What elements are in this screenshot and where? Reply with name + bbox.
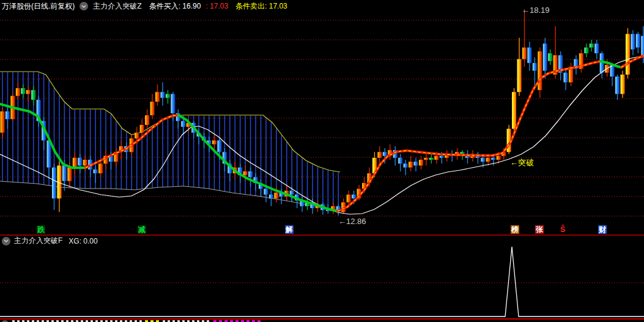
- indicator-name[interactable]: 主力介入突破Z: [93, 1, 141, 12]
- candle-body: [6, 111, 10, 119]
- candle-body: [621, 75, 625, 94]
- candle-body: [527, 48, 531, 63]
- candle-body: [512, 92, 516, 129]
- candle-body: [73, 158, 77, 168]
- candle-body: [590, 43, 594, 47]
- candle-body: [377, 152, 382, 157]
- candle-body: [641, 36, 644, 58]
- candle-body: [497, 156, 501, 160]
- signal-spike-line: [0, 247, 644, 316]
- trend-ma-line: [338, 61, 601, 211]
- candle-body: [21, 88, 25, 94]
- candle-body: [78, 158, 82, 166]
- candle-body: [440, 156, 444, 158]
- candle-body: [83, 160, 87, 165]
- candle-body: [150, 102, 155, 115]
- candle-body: [605, 65, 609, 73]
- chevron-down-icon[interactable]: [2, 237, 10, 245]
- main-chart[interactable]: [0, 0, 644, 322]
- candle-body: [140, 125, 144, 133]
- candle-body: [16, 88, 20, 96]
- sub-panel-header: 主力介入突破F XG: 0.00: [0, 236, 98, 245]
- candle-body: [274, 193, 278, 198]
- trend-ma-highlight: [338, 61, 601, 211]
- candle-body: [414, 162, 418, 165]
- candle-body: [429, 158, 434, 160]
- candle-body: [52, 168, 56, 199]
- candle-body: [486, 158, 490, 162]
- candle-body: [243, 171, 248, 175]
- candle-body: [533, 63, 537, 71]
- condition-buy-value: 条件买入: 16.90: [149, 1, 201, 12]
- candle-body: [1, 111, 5, 133]
- candle-body: [517, 59, 522, 92]
- candle-body: [160, 92, 165, 97]
- candle-body: [584, 48, 588, 53]
- candle-body: [424, 158, 428, 160]
- candle-body: [409, 162, 413, 167]
- candle-body: [31, 90, 35, 100]
- candle-body: [538, 51, 542, 90]
- candle-body: [383, 152, 387, 155]
- candle-body: [155, 92, 160, 102]
- candle-body: [491, 158, 495, 160]
- candle-body: [248, 171, 253, 177]
- condition-sell-value: 条件卖出: 17.03: [235, 1, 287, 12]
- candle-body: [419, 160, 423, 165]
- candle-body: [481, 158, 485, 162]
- top-bar: 万泽股份(日线.前复权) 主力介入突破Z 条件买入: 16.90 : 17.03…: [0, 0, 644, 12]
- candle-body: [94, 170, 98, 173]
- candle-body: [212, 140, 217, 144]
- candle-body: [290, 191, 294, 195]
- candle-body: [264, 189, 268, 194]
- candle-body: [26, 90, 31, 94]
- candle-body: [522, 48, 527, 59]
- candle-body: [135, 133, 139, 138]
- candle-body: [62, 165, 67, 181]
- candle-body: [594, 43, 599, 53]
- candle-body: [434, 156, 439, 160]
- candle-body: [398, 158, 402, 163]
- candle-body: [404, 163, 408, 167]
- candle-body: [461, 152, 465, 154]
- sub-indicator-name[interactable]: 主力介入突破F: [14, 236, 62, 246]
- candle-body: [217, 140, 221, 152]
- candle-body: [548, 53, 552, 61]
- white-ma-line: [0, 56, 644, 214]
- xg-value: XG: 0.00: [68, 237, 97, 245]
- candle-body: [626, 34, 630, 74]
- candle-body: [543, 43, 547, 70]
- candle-body: [564, 73, 568, 83]
- candle-body: [166, 94, 170, 97]
- clipped-bottom-panel: [0, 320, 644, 322]
- candle-body: [67, 168, 72, 181]
- candle-body: [98, 163, 103, 173]
- stock-title: 万泽股份(日线.前复权): [2, 1, 75, 12]
- candle-body: [145, 115, 149, 125]
- chevron-down-icon[interactable]: [80, 2, 88, 10]
- candle-body: [347, 195, 351, 203]
- trend-ma-line: [621, 56, 644, 67]
- candle-body: [615, 77, 620, 94]
- candle-body: [181, 121, 185, 127]
- candle-body: [352, 195, 356, 198]
- candle-body: [631, 34, 635, 49]
- candle-body: [269, 195, 273, 198]
- candle-body: [636, 34, 640, 47]
- condition-alert-value: : 17.03: [205, 2, 228, 10]
- candle-body: [171, 94, 175, 113]
